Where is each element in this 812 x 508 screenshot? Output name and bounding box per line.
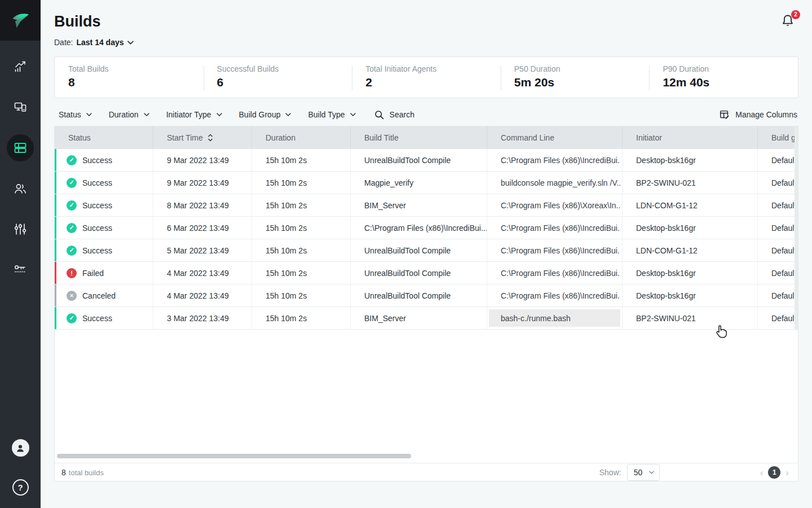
cell-command-line: C:\Program Files (x86)\IncrediBui...: [487, 149, 623, 171]
page-size-select[interactable]: 50: [627, 464, 660, 481]
cell-start-time: 5 Mar 2022 13:49: [153, 239, 252, 261]
column-header-command-line[interactable]: Command Line: [487, 126, 623, 149]
current-page-button[interactable]: 1: [768, 466, 780, 479]
brand-logo[interactable]: [0, 0, 41, 41]
manage-columns-button[interactable]: Manage Columns: [719, 109, 797, 120]
help-icon: ?: [17, 483, 23, 492]
cell-duration: 15h 10m 2s: [252, 262, 351, 284]
stat-label: P50 Duration: [514, 64, 650, 73]
status-success-icon: [67, 155, 77, 165]
notifications-button[interactable]: 2: [780, 14, 795, 30]
filter-duration[interactable]: Duration: [109, 110, 149, 119]
cell-command-line: C:\Program Files (x86)\IncrediBui...: [487, 217, 623, 239]
license-key-icon: [14, 263, 27, 277]
table-header-row: Status Start Time Duration Build Title C…: [55, 126, 795, 149]
stat-value: 5m 20s: [514, 76, 650, 89]
table-row[interactable]: Success 3 Mar 2022 13:49 15h 10m 2s BIM_…: [55, 307, 795, 330]
settings-sliders-icon: [14, 222, 27, 236]
sidebar: ?: [0, 0, 41, 508]
cell-duration: 15h 10m 2s: [252, 239, 351, 261]
cell-start-time: 9 Mar 2022 13:49: [153, 149, 252, 171]
next-page-button[interactable]: ›: [785, 468, 789, 478]
stat-total-initiator-agents: Total Initiator Agents 2: [352, 57, 501, 98]
filter-row: Status Duration Initiator Type Build Gro…: [54, 109, 798, 120]
cell-duration: 15h 10m 2s: [252, 217, 351, 239]
cell-build-group: Default: [758, 307, 795, 329]
cell-build-group: Default: [758, 262, 795, 284]
table-row[interactable]: Success 9 Mar 2022 13:49 15h 10m 2s Unre…: [55, 149, 795, 172]
sort-icon[interactable]: [208, 134, 213, 142]
total-builds-count: 8: [61, 468, 66, 477]
filter-build-type[interactable]: Build Type: [308, 110, 355, 119]
chevron-down-icon: [350, 113, 356, 116]
cell-initiator: Desktop-bsk16gr: [623, 217, 758, 239]
search-icon: [374, 110, 385, 120]
help-button[interactable]: ?: [12, 479, 29, 496]
filter-label: Initiator Type: [166, 110, 211, 119]
topbar: Builds 2: [54, 0, 798, 32]
column-header-build-title[interactable]: Build Title: [351, 126, 487, 149]
sidebar-item-settings[interactable]: [7, 216, 34, 243]
cell-command-line: buildconsole magpie_verify.sln /V...: [487, 172, 623, 194]
analytics-icon: [14, 60, 27, 73]
sidebar-item-analytics[interactable]: [7, 53, 34, 80]
column-header-build-group[interactable]: Build group: [758, 126, 795, 149]
stat-label: Total Builds: [68, 64, 204, 73]
stats-card: Total Builds 8 Successful Builds 6 Total…: [54, 56, 798, 98]
column-header-initiator[interactable]: Initiator: [623, 126, 758, 149]
cell-start-time: 4 Mar 2022 13:49: [153, 262, 252, 284]
user-avatar[interactable]: [12, 439, 29, 457]
cell-status: Canceled: [55, 284, 153, 306]
table-row[interactable]: Success 6 Mar 2022 13:49 15h 10m 2s C:\P…: [55, 217, 795, 239]
status-color-bar: [55, 172, 56, 194]
cell-status: Success: [55, 149, 153, 171]
column-header-start-time[interactable]: Start Time: [153, 126, 252, 149]
table-row[interactable]: Success 5 Mar 2022 13:49 15h 10m 2s Unre…: [55, 239, 795, 262]
table-row[interactable]: Failed 4 Mar 2022 13:49 15h 10m 2s Unrea…: [55, 262, 795, 284]
table-row[interactable]: Canceled 4 Mar 2022 13:49 15h 10m 2s Unr…: [55, 284, 795, 307]
horizontal-scrollbar-thumb[interactable]: [57, 454, 411, 458]
chevron-down-icon: [144, 113, 149, 116]
chevron-down-icon: [217, 113, 222, 116]
cell-duration: 15h 10m 2s: [252, 307, 351, 329]
cell-duration: 15h 10m 2s: [252, 194, 351, 216]
filter-build-group[interactable]: Build Group: [239, 110, 292, 119]
cell-initiator: LDN-COM-G1-12: [623, 194, 758, 216]
cell-status: Success: [55, 307, 153, 329]
chevron-down-icon: [86, 113, 92, 116]
vertical-scrollbar-track[interactable]: [795, 126, 798, 330]
builds-icon: [14, 141, 27, 155]
cell-status: Success: [55, 217, 153, 239]
status-color-bar: [55, 194, 56, 216]
cell-command-line: bash-c./runme.bash: [487, 307, 623, 329]
users-icon: [14, 182, 27, 195]
cell-duration: 15h 10m 2s: [252, 149, 351, 171]
sidebar-item-builds[interactable]: [7, 134, 34, 161]
column-header-status[interactable]: Status: [55, 126, 153, 149]
cell-initiator: Desktop-bsk16gr: [623, 262, 758, 284]
chevron-down-icon: [127, 41, 134, 45]
search-label: Search: [390, 110, 414, 119]
status-success-icon: [67, 246, 77, 256]
main-content: Builds 2 Date: Last 14 days Total Builds…: [41, 0, 812, 508]
cell-status: Success: [55, 194, 153, 216]
search-button[interactable]: Search: [374, 110, 414, 120]
column-header-duration[interactable]: Duration: [252, 126, 351, 149]
sidebar-item-license[interactable]: [7, 256, 34, 283]
status-color-bar: [55, 284, 56, 306]
date-filter-value: Last 14 days: [76, 38, 123, 47]
prev-page-button[interactable]: ‹: [760, 468, 764, 478]
cell-initiator: Desktop-bsk16gr: [623, 284, 758, 306]
filter-initiator-type[interactable]: Initiator Type: [166, 110, 222, 119]
chevron-down-icon: [649, 471, 654, 474]
sidebar-item-users[interactable]: [7, 175, 34, 202]
date-filter[interactable]: Date: Last 14 days: [54, 38, 798, 47]
cell-build-group: Default: [758, 172, 795, 194]
table-row[interactable]: Success 9 Mar 2022 13:49 15h 10m 2s Magp…: [55, 172, 795, 194]
cell-command-line: C:\Program Files (x86)\IncrediBui...: [487, 262, 623, 284]
filter-status[interactable]: Status: [59, 110, 92, 119]
cell-build-group: Default: [758, 284, 795, 306]
cell-initiator: Desktop-bsk16gr: [623, 149, 758, 171]
table-row[interactable]: Success 8 Mar 2022 13:49 15h 10m 2s BIM_…: [55, 194, 795, 217]
sidebar-item-agents[interactable]: [7, 94, 34, 121]
